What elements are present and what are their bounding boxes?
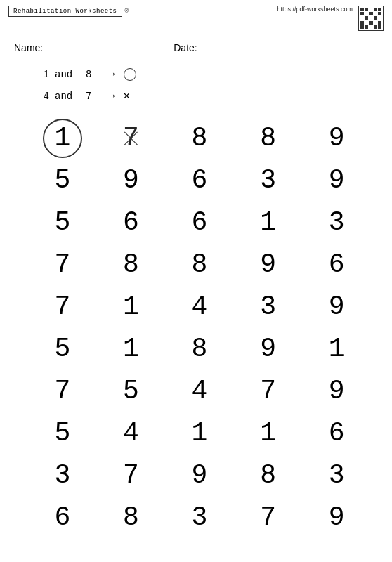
grid-cell-5-4: 1 bbox=[308, 329, 365, 370]
grid-cell-2-0: 5 bbox=[34, 202, 91, 243]
grid-cell-7-2: 1 bbox=[171, 413, 228, 454]
qr-code bbox=[358, 6, 384, 31]
grid-cell-3-0: 7 bbox=[34, 244, 91, 285]
grid-cell-3-1: 8 bbox=[103, 244, 159, 285]
instr-val-1: 8 bbox=[86, 66, 100, 84]
circle-symbol bbox=[124, 68, 136, 81]
grid-cell-0-3: 8 bbox=[240, 118, 296, 159]
grid-cell-7-1: 4 bbox=[103, 413, 159, 454]
grid-cell-9-0: 6 bbox=[34, 497, 91, 538]
grid-cell-3-3: 9 bbox=[240, 244, 296, 285]
grid-cell-9-4: 9 bbox=[308, 497, 365, 538]
name-field: Name: bbox=[14, 41, 145, 53]
grid-row-4: 71439 bbox=[21, 287, 378, 327]
form-row: Name: Date: bbox=[0, 34, 392, 59]
grid-row-0: 1 7 889 bbox=[21, 118, 378, 159]
grid-row-6: 75479 bbox=[21, 371, 378, 412]
instructions-section: 1 and 8 → 4 and 7 → ✕ bbox=[0, 59, 392, 111]
brand-box: Rehabilitation Worksheets bbox=[8, 6, 122, 17]
grid-cell-6-1: 5 bbox=[103, 371, 159, 412]
grid-cell-4-4: 9 bbox=[308, 287, 365, 327]
grid-cell-2-4: 3 bbox=[308, 202, 365, 243]
grid-cell-1-2: 6 bbox=[171, 160, 228, 201]
grid-cell-6-0: 7 bbox=[34, 371, 91, 412]
circled-number: 1 bbox=[43, 119, 82, 158]
instruction-row-2: 4 and 7 → ✕ bbox=[35, 86, 378, 107]
grid-row-2: 56613 bbox=[21, 202, 378, 243]
grid-cell-8-3: 8 bbox=[240, 455, 296, 496]
grid-cell-1-4: 9 bbox=[308, 160, 365, 201]
instr-and-2: and bbox=[55, 88, 80, 105]
grid-row-3: 78896 bbox=[21, 244, 378, 285]
crossed-number: 7 bbox=[123, 123, 139, 153]
name-input-line[interactable] bbox=[47, 41, 145, 53]
brand-section: Rehabilitation Worksheets ® bbox=[8, 6, 129, 17]
instr-num-1: 1 bbox=[35, 66, 49, 84]
grid-cell-2-1: 6 bbox=[103, 202, 159, 243]
grid-row-8: 37983 bbox=[21, 455, 378, 496]
instruction-row-1: 1 and 8 → bbox=[35, 65, 378, 85]
date-input-line[interactable] bbox=[202, 41, 300, 53]
grid-cell-8-0: 3 bbox=[34, 455, 91, 496]
grid-cell-8-2: 9 bbox=[171, 455, 228, 496]
registered-mark: ® bbox=[125, 8, 129, 15]
grid-cell-0-4: 9 bbox=[308, 118, 365, 159]
grid-cell-7-0: 5 bbox=[34, 413, 91, 454]
page-header: Rehabilitation Worksheets ® https://pdf-… bbox=[0, 0, 392, 34]
instr-and-1: and bbox=[55, 66, 80, 84]
grid-cell-5-2: 8 bbox=[171, 329, 228, 370]
grid-cell-4-2: 4 bbox=[171, 287, 228, 327]
grid-cell-2-3: 1 bbox=[240, 202, 296, 243]
grid-cell-1-0: 5 bbox=[34, 160, 91, 201]
grid-cell-1-3: 3 bbox=[240, 160, 296, 201]
brand-name: Rehabilitation Worksheets bbox=[13, 8, 117, 15]
grid-cell-1-1: 9 bbox=[103, 160, 159, 201]
grid-cell-6-4: 9 bbox=[308, 371, 365, 412]
instr-num-2: 4 bbox=[35, 88, 49, 105]
grid-cell-2-2: 6 bbox=[171, 202, 228, 243]
grid-row-1: 59639 bbox=[21, 160, 378, 201]
grid-cell-0-0: 1 bbox=[34, 118, 91, 159]
website-url: https://pdf-worksheets.com bbox=[277, 6, 353, 13]
grid-cell-0-2: 8 bbox=[171, 118, 228, 159]
grid-row-5: 51891 bbox=[21, 329, 378, 370]
grid-cell-8-4: 3 bbox=[308, 455, 365, 496]
instr-arrow-2: → bbox=[108, 86, 115, 107]
grid-cell-4-0: 7 bbox=[34, 287, 91, 327]
grid-cell-9-2: 3 bbox=[171, 497, 228, 538]
grid-cell-8-1: 7 bbox=[103, 455, 159, 496]
grid-cell-5-0: 5 bbox=[34, 329, 91, 370]
instr-val-2: 7 bbox=[86, 88, 100, 105]
grid-cell-5-1: 1 bbox=[103, 329, 159, 370]
grid-cell-4-1: 1 bbox=[103, 287, 159, 327]
grid-cell-0-1: 7 bbox=[103, 118, 159, 159]
grid-cell-3-2: 8 bbox=[171, 244, 228, 285]
instr-arrow-1: → bbox=[108, 65, 115, 85]
name-label: Name: bbox=[14, 42, 43, 53]
number-grid: 1 7 889596395661378896714395189175479541… bbox=[0, 111, 392, 538]
grid-cell-3-4: 6 bbox=[308, 244, 365, 285]
grid-cell-9-3: 7 bbox=[240, 497, 296, 538]
grid-cell-5-3: 9 bbox=[240, 329, 296, 370]
grid-cell-7-4: 6 bbox=[308, 413, 365, 454]
grid-cell-4-3: 3 bbox=[240, 287, 296, 327]
grid-row-9: 68379 bbox=[21, 497, 378, 538]
cross-symbol: ✕ bbox=[124, 86, 131, 107]
header-right: https://pdf-worksheets.com bbox=[277, 6, 384, 31]
grid-row-7: 54116 bbox=[21, 413, 378, 454]
grid-cell-6-2: 4 bbox=[171, 371, 228, 412]
date-label: Date: bbox=[174, 42, 197, 53]
grid-cell-9-1: 8 bbox=[103, 497, 159, 538]
grid-cell-7-3: 1 bbox=[240, 413, 296, 454]
grid-cell-6-3: 7 bbox=[240, 371, 296, 412]
date-field: Date: bbox=[174, 41, 299, 53]
